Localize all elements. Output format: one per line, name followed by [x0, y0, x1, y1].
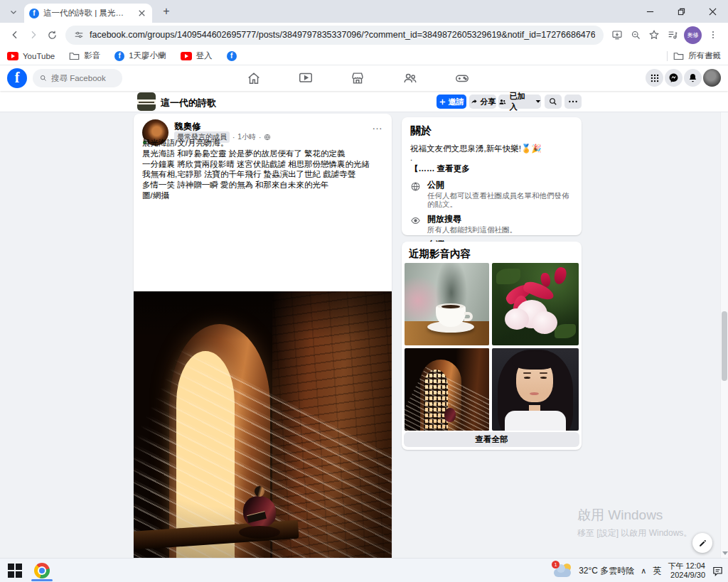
group-more-button[interactable]	[564, 95, 582, 109]
bookmark-facebook[interactable]: f	[227, 51, 237, 61]
portrait-brow	[523, 372, 531, 374]
scrollbar-down-arrow[interactable]	[722, 551, 728, 555]
url-bar[interactable]	[65, 26, 604, 45]
site-settings-icon[interactable]	[74, 30, 84, 40]
media-thumb-fuchsia-flowers[interactable]	[492, 263, 579, 345]
notifications-bell-icon[interactable]	[684, 69, 702, 87]
poem-line: 詩神贈一瞬	[177, 180, 218, 189]
tab-title: 這一代的詩歌 | 晨光海語/文/月…	[43, 8, 132, 18]
notification-center-icon[interactable]	[712, 565, 724, 577]
close-window-button[interactable]	[697, 0, 728, 23]
nav-watch-icon[interactable]	[298, 70, 315, 87]
portrait-eye	[540, 377, 547, 379]
scrollbar-thumb[interactable]	[722, 311, 727, 381]
poem-line: 迷宮伏貼戲謔	[237, 160, 286, 168]
facebook-page: f	[0, 65, 728, 558]
post-stanza: 我無有相,宅靜那 法寶的千年飛行 蟄蟲演出了世紀 戲謔寺聲	[142, 171, 386, 178]
input-language-button[interactable]: 英	[653, 565, 661, 577]
zoom-icon[interactable]	[626, 26, 645, 44]
reload-button[interactable]	[43, 26, 61, 44]
group-name[interactable]: 這一代的詩歌	[161, 97, 216, 109]
portrait-eye	[524, 377, 530, 379]
tab-search-chevron-icon[interactable]	[6, 4, 21, 20]
back-button[interactable]	[6, 26, 24, 44]
poem-line: 於是夢的故居便有了	[228, 149, 302, 158]
taskbar-clock[interactable]: 下午 12:04 2024/9/30	[668, 561, 705, 580]
compose-fab-button[interactable]	[692, 533, 712, 553]
browser-menu-icon[interactable]	[704, 26, 722, 44]
nav-marketplace-icon[interactable]	[350, 70, 367, 87]
group-avatar-art	[137, 99, 156, 104]
all-bookmarks-button[interactable]: 所有書籤	[673, 50, 721, 61]
taskbar-chrome-button[interactable]	[33, 561, 51, 580]
bookmark-label: 登入	[196, 50, 213, 61]
tab-close-icon[interactable]	[136, 8, 147, 19]
weather-icon[interactable]: 1	[554, 563, 572, 578]
invite-button[interactable]: 邀請	[437, 95, 466, 109]
restore-button[interactable]	[665, 0, 697, 23]
system-tray: 1 32°C 多雲時陰 ∧ 英 下午 12:04 2024/9/30	[554, 559, 724, 582]
weather-condition: 多雲時陰	[600, 566, 634, 576]
nav-groups-icon[interactable]	[402, 70, 419, 87]
send-to-device-icon[interactable]	[608, 26, 626, 44]
eye-icon	[410, 215, 422, 234]
bookmark-login[interactable]: 登入	[181, 50, 213, 61]
media-title: 近期影音內容	[409, 247, 471, 261]
forward-button[interactable]	[24, 26, 43, 44]
bookmark-folder-videos[interactable]: 影音	[69, 50, 100, 61]
facebook-actions	[646, 69, 721, 87]
page-scrollbar[interactable]	[720, 65, 728, 558]
facebook-logo[interactable]: f	[7, 68, 27, 88]
about-item-texts: 開放搜尋 所有人都能找到這個社團。	[427, 215, 517, 234]
see-more-link[interactable]: 【…… 查看更多	[410, 163, 573, 174]
temperature: 32°C	[579, 566, 598, 576]
poem-line: 和那來自未來的光年	[255, 180, 329, 189]
about-item-title: 開放搜尋	[427, 215, 517, 224]
apps-menu-icon[interactable]	[646, 69, 663, 87]
windows-taskbar: 1 32°C 多雲時陰 ∧ 英 下午 12:04 2024/9/30	[0, 558, 728, 582]
group-avatar[interactable]	[137, 92, 156, 111]
clock-time: 下午 12:04	[668, 561, 705, 571]
mini-monk	[444, 408, 456, 422]
poem-line: 法寶的千年飛行	[204, 170, 262, 178]
facebook-search[interactable]	[33, 69, 122, 87]
messenger-icon[interactable]	[665, 69, 682, 87]
bookmark-star-icon[interactable]	[645, 26, 663, 44]
poem-line: 我無有相,宅靜那	[142, 170, 202, 178]
post-photo[interactable]	[134, 291, 392, 558]
weather-widget[interactable]: 32°C 多雲時陰	[579, 565, 634, 577]
about-item-sub: 所有人都能找到這個社團。	[427, 225, 517, 234]
minimize-button[interactable]	[634, 0, 665, 23]
browser-profile-avatar[interactable]: 奧修	[684, 26, 702, 44]
media-thumb-portrait[interactable]	[492, 348, 579, 431]
media-thumb-temple-window[interactable]	[405, 348, 489, 431]
post-menu-button[interactable]: …	[372, 119, 383, 131]
share-button[interactable]: 分享	[469, 95, 496, 109]
new-tab-button[interactable]: +	[158, 3, 175, 20]
group-search-button[interactable]	[545, 95, 562, 109]
facebook-profile-avatar[interactable]	[703, 69, 721, 87]
see-all-button[interactable]: 查看全部	[404, 432, 579, 447]
start-button[interactable]	[8, 564, 22, 578]
white-petal	[505, 308, 529, 330]
browser-tab[interactable]: f 這一代的詩歌 | 晨光海語/文/月…	[24, 4, 152, 23]
media-controls-icon[interactable]	[663, 26, 682, 44]
joined-button[interactable]: 已加入	[498, 95, 541, 109]
url-input[interactable]	[90, 30, 595, 40]
bookmark-youtube[interactable]: YouTube	[7, 52, 55, 60]
about-description: 祝福文友們文思泉湧,新年快樂!🏅🎉	[410, 144, 573, 153]
facebook-search-input[interactable]	[51, 74, 115, 82]
facebook-icon: f	[227, 51, 237, 61]
nav-gaming-icon[interactable]	[454, 70, 471, 87]
globe-icon	[410, 180, 422, 208]
media-thumb-coffee[interactable]	[405, 263, 489, 345]
media-grid	[405, 263, 579, 431]
tray-expand-chevron[interactable]: ∧	[641, 566, 646, 576]
nav-home-icon[interactable]	[246, 70, 263, 87]
facebook-favicon-icon: f	[29, 9, 39, 18]
bookmark-facebook-profile[interactable]: f 1天廖小蘭	[114, 50, 166, 61]
windows-watermark: 啟用 Windows 移至 [設定] 以啟用 Windows。	[577, 506, 692, 539]
poem-line: 愛的無為	[220, 180, 253, 189]
coffee-cup-handle	[464, 312, 473, 321]
share-label: 分享	[481, 97, 496, 107]
